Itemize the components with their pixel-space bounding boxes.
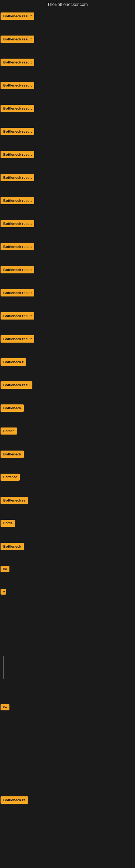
site-title: TheBottlenecker.com <box>0 0 135 10</box>
bottleneck-badge[interactable]: Bottleneck result <box>1 197 34 204</box>
bottleneck-badge[interactable]: Bottleneck <box>1 404 24 412</box>
bottleneck-badge[interactable]: Bottenec <box>1 474 20 480</box>
bottleneck-row: Bottle <box>0 518 135 540</box>
bottleneck-row: Bottleneck result <box>0 333 135 356</box>
bottleneck-row: Bottlen <box>0 425 135 448</box>
bottleneck-row: Bottleneck result <box>0 218 135 241</box>
bottleneck-row: Bo <box>0 702 135 725</box>
bottleneck-badge[interactable]: Bottleneck result <box>1 266 34 273</box>
bottleneck-row: Bottleneck <box>0 402 135 425</box>
bottleneck-row: Bottleneck resu <box>0 379 135 402</box>
bottleneck-badge[interactable]: Bottleneck r <box>1 358 26 366</box>
bottleneck-row: Bottleneck result <box>0 310 135 333</box>
bottleneck-badge[interactable]: Bottleneck result <box>1 243 34 250</box>
bottleneck-row: Bottleneck result <box>0 241 135 264</box>
bottleneck-badge[interactable]: Bo <box>1 704 9 710</box>
bottleneck-row: Bo <box>0 564 135 587</box>
bottleneck-row: Bottleneck re <box>0 794 135 817</box>
bottleneck-badge[interactable]: Bottleneck result <box>1 105 34 112</box>
bottleneck-badge[interactable]: Bo <box>1 566 9 572</box>
bottleneck-badge[interactable]: Bottleneck result <box>1 12 34 20</box>
empty-row <box>0 817 135 840</box>
bottleneck-badge[interactable]: Bottleneck result <box>1 82 34 89</box>
bottleneck-badge[interactable]: Bottleneck result <box>1 128 34 135</box>
bottleneck-row: Bottenec <box>0 471 135 495</box>
bottleneck-row: Bottleneck <box>0 448 135 471</box>
bottleneck-badge[interactable]: Bottleneck result <box>1 335 34 343</box>
empty-row <box>0 610 135 633</box>
bottleneck-row: Bottleneck re <box>0 495 135 518</box>
bottleneck-row: Bottleneck result <box>0 149 135 172</box>
bottleneck-row: Bottleneck result <box>0 10 135 33</box>
bottleneck-row: Bottleneck result <box>0 195 135 218</box>
bottleneck-badge[interactable]: Bottleneck result <box>1 220 34 227</box>
empty-row <box>0 840 135 863</box>
bottleneck-row: Bottleneck r <box>0 356 135 379</box>
bottleneck-badge[interactable]: Bottle <box>1 520 15 527</box>
results-list: Bottleneck resultBottleneck resultBottle… <box>0 10 135 863</box>
line-row <box>0 656 135 679</box>
bottleneck-badge[interactable]: Bottleneck result <box>1 59 34 66</box>
bottleneck-row: Bottleneck result <box>0 80 135 102</box>
empty-row <box>0 771 135 794</box>
bottleneck-badge[interactable]: Bottleneck result <box>1 289 34 297</box>
bottleneck-badge[interactable]: Bottleneck result <box>1 174 34 181</box>
bottleneck-row: Bottleneck result <box>0 56 135 80</box>
bottleneck-badge[interactable]: Bottleneck re <box>1 796 28 804</box>
bottleneck-row: B <box>0 587 135 610</box>
bottleneck-row: Bottleneck result <box>0 102 135 126</box>
bottleneck-row: Bottleneck result <box>0 172 135 195</box>
bottleneck-badge[interactable]: Bottleneck result <box>1 151 34 158</box>
bottleneck-badge[interactable]: B <box>1 589 6 595</box>
empty-row <box>0 679 135 702</box>
bottleneck-row: Bottleneck <box>0 540 135 564</box>
bottleneck-row: Bottleneck result <box>0 126 135 149</box>
bottleneck-row: Bottleneck result <box>0 287 135 310</box>
bottleneck-badge[interactable]: Bottleneck result <box>1 35 34 43</box>
bottleneck-badge[interactable]: Bottleneck <box>1 543 24 550</box>
bottleneck-row: Bottleneck result <box>0 264 135 287</box>
bottleneck-row: Bottleneck result <box>0 33 135 56</box>
bottleneck-badge[interactable]: Bottleneck resu <box>1 381 32 389</box>
bottleneck-badge[interactable]: Bottleneck re <box>1 497 28 504</box>
empty-row <box>0 725 135 748</box>
bottleneck-badge[interactable]: Bottleneck <box>1 451 24 458</box>
empty-row <box>0 748 135 771</box>
bottleneck-badge[interactable]: Bottlen <box>1 428 17 435</box>
bottleneck-badge[interactable]: Bottleneck result <box>1 312 34 319</box>
empty-row <box>0 633 135 656</box>
